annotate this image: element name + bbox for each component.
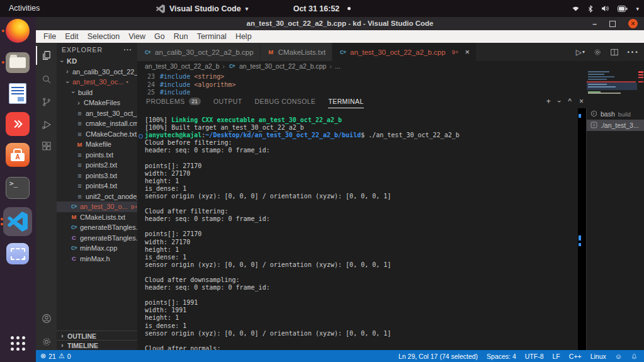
window-titlebar[interactable]: an_test_30_oct_22_a2_b.cpp - kd - Visual…: [36, 17, 644, 30]
status-cursor-position[interactable]: Ln 29, Col 17 (74 selected): [398, 353, 478, 360]
status-indentation[interactable]: Spaces: 4: [487, 353, 516, 360]
close-tab-icon[interactable]: ×: [465, 48, 470, 56]
tab-label: CMakeLists.txt: [278, 48, 325, 56]
code-editor[interactable]: 2223#include <string>24#include <algorit…: [137, 71, 644, 94]
file-tree: ›KD›an_calib_30_oct_22_...›an_test_30_oc…: [57, 56, 137, 264]
breadcrumb-file[interactable]: an_test_30_oct_22_a2_b.cpp: [239, 62, 326, 70]
explorer-item[interactable]: ›CMakeFiles: [57, 98, 137, 108]
menu-terminal[interactable]: Terminal: [193, 32, 231, 41]
bell-icon[interactable]: [631, 353, 638, 360]
menu-help[interactable]: Help: [231, 32, 256, 41]
split-editor-icon[interactable]: [610, 48, 619, 57]
more-actions-icon[interactable]: ···: [627, 47, 639, 58]
source-control-view-button[interactable]: [36, 93, 57, 111]
explorer-item[interactable]: C+minMax.cpp: [57, 243, 137, 254]
explorer-item[interactable]: ≡unit2_oct_anode_...: [57, 191, 137, 202]
explorer-item[interactable]: C+generateBTangles....: [57, 222, 137, 233]
dock-item-terminal[interactable]: >_: [4, 174, 31, 201]
show-applications-button[interactable]: [4, 332, 31, 354]
panel-tab-debug-console[interactable]: DEBUG CONSOLE: [255, 95, 316, 108]
breadcrumb[interactable]: an_test_30_oct_22_a2_b › C+ an_test_30_o…: [137, 61, 644, 71]
explorer-item[interactable]: CgenerateBTangles.h: [57, 233, 137, 244]
explorer-item[interactable]: CminMax.h: [57, 254, 137, 264]
dock-item-ubuntu-software[interactable]: A: [4, 142, 31, 168]
menu-file[interactable]: File: [39, 32, 60, 41]
run-icon[interactable]: ▷▾: [576, 48, 585, 57]
editor-tab[interactable]: C+an_calib_30_oct_22_a2_b.cpp: [137, 43, 261, 61]
explorer-item[interactable]: ›an_test_30_oc...●: [57, 77, 137, 88]
breadcrumb-more[interactable]: ...: [335, 62, 341, 70]
panel-tab-problems[interactable]: PROBLEMS21: [146, 95, 201, 108]
app-grid-icon: [11, 336, 25, 351]
dock-item-screenshot-tool[interactable]: +: [4, 240, 31, 267]
status-encoding[interactable]: UTF-8: [525, 353, 544, 360]
system-tray[interactable]: ▾: [572, 0, 639, 17]
explorer-item[interactable]: ≡points4.txt: [57, 181, 137, 191]
menu-selection[interactable]: Selection: [83, 32, 124, 41]
extensions-view-button[interactable]: [36, 137, 57, 156]
more-actions-icon[interactable]: ···: [124, 46, 133, 54]
minimize-button[interactable]: –: [592, 20, 597, 28]
problems-status[interactable]: ⊗ 21 ⚠ 0: [36, 352, 71, 360]
outline-section[interactable]: › OUTLINE: [57, 331, 137, 341]
close-panel-icon[interactable]: ×: [579, 97, 584, 106]
explorer-item[interactable]: C+an_test_30_o...9+: [57, 201, 137, 212]
status-remote-os[interactable]: Linux: [590, 353, 606, 360]
editor-tab[interactable]: C+an_test_30_oct_22_a2_b.cpp9+×: [332, 43, 477, 61]
terminal-instance[interactable]: ./an_test_3...: [587, 120, 644, 131]
battery-icon: [618, 6, 628, 12]
problems-count-badge: 21: [189, 98, 201, 105]
line-number: 24: [137, 81, 155, 89]
dock-item-vscode[interactable]: [3, 207, 32, 236]
timeline-section[interactable]: › TIMELINE: [57, 340, 137, 350]
status-language-mode[interactable]: C++: [569, 353, 582, 360]
breadcrumb-folder[interactable]: an_test_30_oct_22_a2_b: [145, 62, 220, 70]
maximize-panel-icon[interactable]: ^: [568, 97, 572, 106]
menu-go[interactable]: Go: [150, 32, 169, 41]
explorer-item[interactable]: ›KD: [57, 56, 137, 67]
search-view-button[interactable]: [36, 70, 57, 89]
terminal-instance[interactable]: bashbuild: [587, 108, 644, 120]
status-eol[interactable]: LF: [553, 353, 560, 360]
menu-run[interactable]: Run: [169, 32, 193, 41]
minimap[interactable]: [587, 71, 637, 94]
dock-item-libreoffice-writer[interactable]: [4, 80, 31, 106]
explorer-view-button[interactable]: [36, 46, 57, 65]
close-button[interactable]: ×: [628, 19, 638, 28]
dock-item-files[interactable]: [4, 49, 31, 76]
clock[interactable]: Oct 31 16:52: [0, 0, 644, 17]
explorer-item[interactable]: ›build: [57, 88, 137, 98]
explorer-item[interactable]: ≡CMakeCache.txt: [57, 129, 137, 140]
menu-edit[interactable]: Edit: [60, 32, 83, 41]
settings-gear-icon[interactable]: [593, 48, 602, 57]
menu-view[interactable]: View: [124, 32, 150, 41]
editor-tab[interactable]: MCMakeLists.txt: [261, 43, 332, 61]
app-menu[interactable]: Visual Studio Code ▾: [156, 0, 248, 17]
explorer-item[interactable]: ≡cmake_install.cma...: [57, 118, 137, 129]
explorer-item[interactable]: ≡points.txt: [57, 150, 137, 161]
terminal-line: width: 27170: [145, 239, 578, 246]
explorer-item[interactable]: ≡points2.txt: [57, 160, 137, 171]
maximize-button[interactable]: [609, 21, 616, 27]
run-debug-view-button[interactable]: [36, 115, 57, 134]
terminal-output[interactable]: [100%] Linking CXX executable an_test_30…: [137, 108, 578, 350]
explorer-item[interactable]: ≡an_test_30_oct_2...: [57, 108, 137, 119]
panel-tab-terminal[interactable]: TERMINAL: [328, 94, 363, 108]
dock-item-anydesk[interactable]: [4, 111, 31, 137]
run-debug-icon: [41, 119, 52, 130]
dock-item-firefox[interactable]: [4, 18, 31, 44]
new-terminal-icon[interactable]: +: [546, 97, 551, 106]
explorer-item[interactable]: MCMakeLists.txt: [57, 212, 137, 223]
manage-button[interactable]: [36, 332, 57, 351]
terminal-line: [145, 269, 578, 276]
explorer-item[interactable]: ›an_calib_30_oct_22_...: [57, 67, 137, 77]
explorer-item[interactable]: MMakefile: [57, 139, 137, 150]
account-button[interactable]: [36, 309, 57, 328]
terminal-dropdown-icon[interactable]: ›: [556, 100, 563, 103]
code-line: 24#include <algorithm>: [137, 81, 644, 89]
explorer-item[interactable]: ≡points3.txt: [57, 171, 137, 181]
item-label: generateBTangles.h: [80, 234, 137, 242]
panel-tab-output[interactable]: OUTPUT: [213, 95, 242, 108]
feedback-icon[interactable]: ☺: [615, 353, 622, 360]
txt-file-icon: ≡: [76, 110, 84, 117]
